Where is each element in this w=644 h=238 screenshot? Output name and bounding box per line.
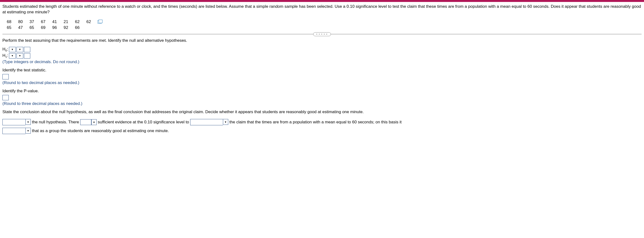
data-cell: 65 <box>30 25 41 31</box>
data-table: 68 80 37 67 41 21 62 62 65 47 65 69 96 9… <box>7 19 108 31</box>
pvalue-prompt: Identify the P-value. <box>2 89 642 93</box>
h0-parameter-select[interactable] <box>9 47 16 52</box>
reject-select[interactable] <box>26 119 31 125</box>
h1-parameter-select[interactable] <box>9 53 16 59</box>
data-cell: 66 <box>75 25 86 31</box>
pvalue-section: Identify the P-value. (Round to three de… <box>2 89 642 106</box>
h1-label: H1: <box>2 53 8 58</box>
data-cell: 65 <box>7 25 18 31</box>
hypotheses-prompt: Perform the test assuming that the requi… <box>2 38 642 43</box>
conclusion-text-1: the null hypothesis. There <box>32 120 80 124</box>
data-cell: 92 <box>64 25 75 31</box>
problem-statement: Students estimated the length of one min… <box>2 4 642 15</box>
isisnot-input[interactable] <box>80 119 91 125</box>
warrant-combo <box>190 119 228 125</box>
appears-input[interactable] <box>2 128 26 134</box>
h0-relation-select[interactable] <box>16 47 23 52</box>
table-row: 65 47 65 69 96 92 66 <box>7 25 108 31</box>
pvalue-hint: (Round to three decimal places as needed… <box>2 101 642 106</box>
isisnot-select[interactable] <box>91 119 97 125</box>
appears-select[interactable] <box>26 128 31 134</box>
test-statistic-prompt: Identify the test statistic. <box>2 68 642 73</box>
hypotheses-hint: (Type integers or decimals. Do not round… <box>2 60 642 64</box>
data-cell: 21 <box>64 19 75 25</box>
copy-icon[interactable] <box>98 20 102 24</box>
reject-input[interactable] <box>2 119 26 125</box>
test-statistic-section: Identify the test statistic. (Round to t… <box>2 68 642 85</box>
conclusion-text-3: the claim that the times are from a popu… <box>230 120 402 124</box>
content-area: Students estimated the length of one min… <box>0 2 644 146</box>
pvalue-input[interactable] <box>2 95 9 100</box>
data-cell: 62 <box>86 19 98 25</box>
drag-handle-icon[interactable]: • • • • • <box>313 32 331 36</box>
conclusion-text-2: sufficient evidence at the 0.10 signific… <box>98 120 190 124</box>
conclusion-section: State the conclusion about the null hypo… <box>2 109 642 135</box>
hypotheses-section: Perform the test assuming that the requi… <box>2 38 642 64</box>
section-separator: • • • • • <box>2 34 642 34</box>
copy-cell <box>98 19 108 25</box>
data-cell: 47 <box>18 25 30 31</box>
h0-value-input[interactable] <box>24 47 30 52</box>
h0-label: H0: <box>2 47 8 52</box>
test-statistic-input[interactable] <box>2 74 9 79</box>
h0-row: H0: <box>2 47 642 52</box>
data-cell: 96 <box>52 25 64 31</box>
table-row: 68 80 37 67 41 21 62 62 <box>7 19 108 25</box>
data-cell: 37 <box>30 19 41 25</box>
data-cell: 80 <box>18 19 30 25</box>
conclusion-prompt: State the conclusion about the null hypo… <box>2 109 642 114</box>
isisnot-combo <box>80 119 97 125</box>
data-cell: 41 <box>52 19 64 25</box>
test-statistic-hint: (Round to two decimal places as needed.) <box>2 80 642 85</box>
h1-row: H1: <box>2 53 642 59</box>
data-cell: 67 <box>41 19 52 25</box>
reject-combo <box>2 119 31 125</box>
warrant-input[interactable] <box>190 119 223 125</box>
data-cell <box>86 25 98 31</box>
appears-combo <box>2 128 31 134</box>
h1-relation-select[interactable] <box>16 53 23 59</box>
data-cell: 62 <box>75 19 86 25</box>
conclusion-sentence: the null hypothesis. There sufficient ev… <box>2 118 642 135</box>
warrant-select[interactable] <box>223 119 228 125</box>
conclusion-text-4: that as a group the students are reasona… <box>32 129 169 133</box>
data-cell: 69 <box>41 25 52 31</box>
h1-value-input[interactable] <box>24 53 30 59</box>
top-accent-bar <box>0 0 644 2</box>
data-cell: 68 <box>7 19 18 25</box>
